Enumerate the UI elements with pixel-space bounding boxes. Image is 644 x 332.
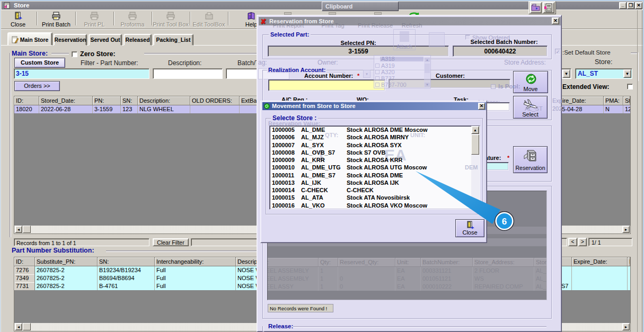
- close-window-button[interactable]: ✕: [635, 2, 642, 9]
- cell: 7731: [14, 282, 35, 290]
- column-header[interactable]: BatchNumber:: [421, 258, 473, 267]
- minimize-button[interactable]: _: [619, 2, 627, 9]
- cell: Full: [155, 266, 236, 274]
- cell: 2607825-2: [35, 266, 98, 274]
- cell: [628, 282, 630, 290]
- store-label: Store:: [595, 58, 612, 66]
- column-header[interactable]: PMA:: [604, 96, 623, 105]
- release-groupline: [293, 326, 546, 327]
- cell: 1: [319, 267, 338, 275]
- cell: 2607825-2: [35, 282, 98, 290]
- column-header[interactable]: Unit:: [395, 258, 421, 267]
- cell: NOSE WHEEL ASSY: [267, 283, 319, 291]
- scrollbar-button[interactable]: ◄: [15, 323, 22, 330]
- cell: EA: [395, 283, 421, 291]
- groupline: [106, 250, 257, 252]
- cell: 001051121: [421, 275, 473, 283]
- column-header[interactable]: SN:: [98, 257, 155, 266]
- cell: Full: [155, 274, 236, 282]
- column-header[interactable]: Store:: [623, 96, 630, 105]
- cell: 2607825-2: [35, 274, 98, 282]
- cell: WS: [473, 275, 534, 283]
- window-right-border: [637, 10, 638, 332]
- scrollbar-button[interactable]: ►: [622, 323, 630, 330]
- store-combo[interactable]: AL_ST ▼: [575, 68, 632, 79]
- column-header[interactable]: Store: [534, 258, 547, 267]
- cell: 0: [338, 275, 395, 283]
- column-header[interactable]: Interchangeability:: [155, 257, 236, 266]
- scrollbar-thumb[interactable]: [23, 323, 31, 330]
- callout-arrow: 6: [0, 0, 530, 244]
- cell: REPAIRED COMP: [473, 283, 534, 291]
- reservation-dialog-close-button[interactable]: ✕: [552, 17, 559, 24]
- page-indicator: 1/ 1: [588, 238, 632, 246]
- cell: AL_VKO: [534, 267, 547, 275]
- callout-number: 6: [502, 217, 507, 227]
- cell: N: [604, 105, 623, 113]
- cell: B8694/B8694: [98, 274, 155, 282]
- decor: NOSE WHEEL ASSEMBLY 1 0 EA 001051121 WS …: [267, 275, 547, 283]
- extended-view-label: Extended View:: [562, 83, 609, 91]
- cell: 0: [338, 283, 395, 291]
- substitution-title: Part Number Substitution:: [12, 247, 94, 254]
- cell: 000331121: [421, 267, 473, 275]
- restore-button[interactable]: ❐: [627, 2, 634, 9]
- window-right-edge: [642, 10, 642, 332]
- cell: B19234/B19234: [98, 266, 155, 274]
- cell: EA: [395, 267, 421, 275]
- cell: [572, 282, 628, 290]
- set-default-store-label: :Set Default Store: [562, 49, 611, 56]
- cell: B-4761: [98, 282, 155, 290]
- column-header[interactable]: ID:: [14, 257, 35, 266]
- decor: NOSE WHEEL ASSEMBLY 1 EA 000331121 2 FLO…: [267, 267, 547, 275]
- decor: Description: Qty: Reserved_Qty: Unit: Ba…: [267, 258, 547, 267]
- cell: 12: [623, 105, 630, 113]
- decor: NOSE WHEEL ASSY 1 0 EA 000010222 REPAIRE…: [267, 283, 547, 291]
- cell: 000010222: [421, 283, 473, 291]
- ghost-exp-header: Expire_D: [552, 97, 562, 104]
- cell: NOSE WHEEL ASSEMBLY: [267, 267, 319, 275]
- next-page-button[interactable]: >: [578, 238, 587, 246]
- column-header[interactable]: Description:: [267, 258, 319, 267]
- column-header[interactable]: Reserved_Qty:: [338, 258, 395, 267]
- cell: 1: [319, 283, 338, 291]
- store-value-label: AL_ST: [578, 70, 598, 77]
- cell: EA: [395, 275, 421, 283]
- release-label: Release:: [268, 323, 293, 329]
- extended-view-checkbox[interactable]: [627, 84, 633, 89]
- page-label: 1/ 1: [592, 239, 601, 246]
- column-header[interactable]: Expire_Date:: [572, 257, 628, 266]
- cell: Full: [155, 282, 236, 290]
- release-groupline-v: [262, 326, 263, 332]
- cell: NOSE WHEEL ASSEMBLY: [267, 275, 319, 283]
- cell: AL_MJZ: [534, 275, 547, 283]
- cell: [572, 266, 628, 274]
- cell: [338, 267, 395, 275]
- cell: [628, 274, 630, 282]
- column-header[interactable]: Qty:: [319, 258, 338, 267]
- cell: [572, 274, 628, 282]
- no-records-text-label: No Records were Found !: [270, 306, 327, 311]
- cell: [628, 266, 630, 274]
- column-header[interactable]: Substitute_PN:: [35, 257, 98, 266]
- prev-page-button[interactable]: <: [568, 238, 577, 246]
- ghost-set-default-checkbox: ✓: [555, 49, 561, 55]
- scrollbar-button[interactable]: ►: [622, 226, 630, 233]
- screen: Store _ ❐ ✕ Clipboard Close Print Batch: [0, 0, 644, 332]
- prev-label: <: [571, 239, 575, 245]
- cell: 7349: [14, 274, 35, 282]
- column-header[interactable]: PMA:: [628, 257, 630, 266]
- next-label: >: [581, 239, 584, 245]
- decor: NOSE WHEEL ASSEMBLY 1 EA 000331121 2 FLO…: [267, 267, 547, 291]
- cell: AL_OVB_S7: [534, 283, 547, 291]
- store-combo-arrow[interactable]: ▼: [623, 69, 631, 78]
- column-header[interactable]: Store_Address:: [473, 258, 534, 267]
- cell: 1: [319, 275, 338, 283]
- scrollbar-button[interactable]: ▼: [562, 69, 570, 78]
- cell: 2 FLOOR: [473, 267, 534, 275]
- cell: 7276: [14, 266, 35, 274]
- no-records-box: No Records were Found !: [268, 304, 333, 312]
- ghost-expire-value: 2025: [552, 105, 562, 112]
